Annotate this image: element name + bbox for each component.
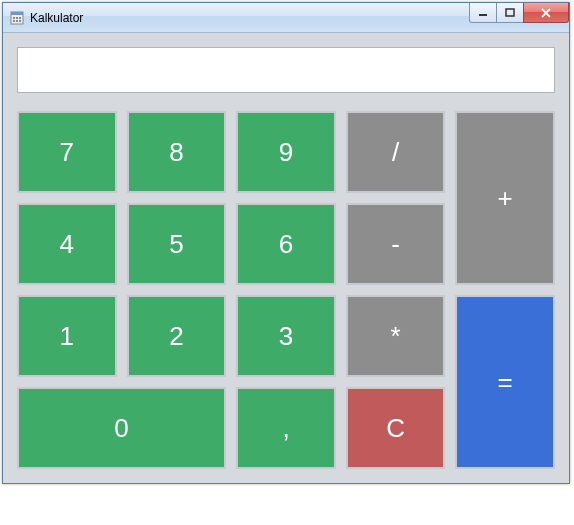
svg-rect-3 <box>16 17 18 19</box>
keypad: 7 8 9 / + 4 5 6 - 1 2 3 * = 0 , C <box>17 111 555 469</box>
app-icon <box>9 10 25 26</box>
minimize-button[interactable] <box>469 3 497 23</box>
app-window: Kalkulator 7 8 9 / + 4 5 <box>2 2 570 484</box>
titlebar: Kalkulator <box>3 3 569 33</box>
key-6[interactable]: 6 <box>236 203 336 285</box>
svg-rect-7 <box>19 20 21 22</box>
maximize-icon <box>505 8 515 18</box>
svg-rect-8 <box>479 14 487 16</box>
key-divide[interactable]: / <box>346 111 446 193</box>
close-icon <box>540 8 552 18</box>
maximize-button[interactable] <box>496 3 524 23</box>
svg-rect-9 <box>506 9 514 16</box>
key-8[interactable]: 8 <box>127 111 227 193</box>
key-minus[interactable]: - <box>346 203 446 285</box>
display-field[interactable] <box>17 47 555 93</box>
svg-rect-4 <box>19 17 21 19</box>
key-0[interactable]: 0 <box>17 387 226 469</box>
window-title: Kalkulator <box>30 11 83 25</box>
key-5[interactable]: 5 <box>127 203 227 285</box>
key-2[interactable]: 2 <box>127 295 227 377</box>
key-4[interactable]: 4 <box>17 203 117 285</box>
key-3[interactable]: 3 <box>236 295 336 377</box>
minimize-icon <box>478 8 488 18</box>
key-1[interactable]: 1 <box>17 295 117 377</box>
key-multiply[interactable]: * <box>346 295 446 377</box>
svg-rect-1 <box>11 12 23 15</box>
svg-rect-6 <box>16 20 18 22</box>
window-controls <box>470 3 569 23</box>
key-plus[interactable]: + <box>455 111 555 285</box>
svg-rect-5 <box>13 20 15 22</box>
key-equals[interactable]: = <box>455 295 555 469</box>
close-button[interactable] <box>523 3 569 23</box>
key-clear[interactable]: C <box>346 387 446 469</box>
svg-rect-2 <box>13 17 15 19</box>
key-9[interactable]: 9 <box>236 111 336 193</box>
key-comma[interactable]: , <box>236 387 336 469</box>
client-area: 7 8 9 / + 4 5 6 - 1 2 3 * = 0 , C <box>3 33 569 483</box>
key-7[interactable]: 7 <box>17 111 117 193</box>
